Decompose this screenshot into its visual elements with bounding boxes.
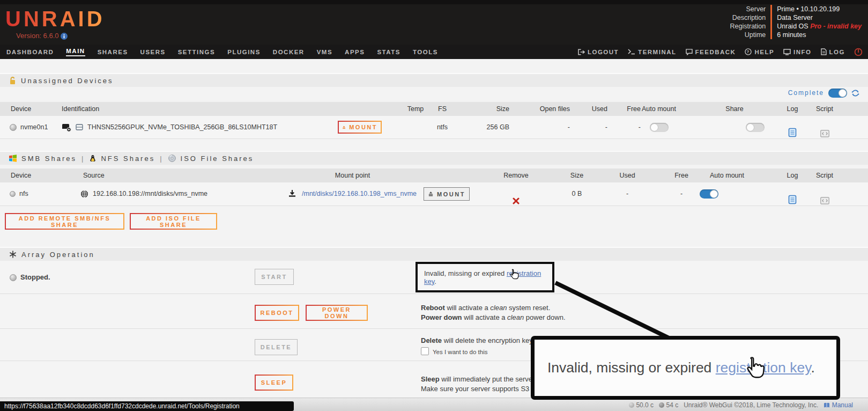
unraid-logo: UNRAID [5,7,105,31]
device-status-dot [10,124,17,131]
col-free: Free [657,168,706,182]
delete-confirm-checkbox[interactable] [421,347,429,355]
tab-smb-shares[interactable]: SMB Shares [21,155,77,163]
reboot-description: Reboot will activate a clean system rese… [421,304,550,312]
device-cell: nvme0n1 [10,116,48,138]
refresh-icon[interactable] [851,89,859,97]
section-title: Array Operation [21,251,95,259]
terminal-button[interactable]: TERMINAL [628,49,676,55]
tab-nfs-shares[interactable]: NFS Shares [101,155,155,163]
unraid-main-page: UNRAID Version: 6.6.0 Server Prime • 10.… [0,0,868,411]
col-mount-point: Mount point [311,168,394,182]
nav-stats[interactable]: STATS [377,49,400,55]
add-iso-share-button[interactable]: ADD ISO FILE SHARE [130,213,217,230]
size-cell: 0 B [552,182,602,205]
log-button[interactable]: LOG [821,48,845,55]
invalid-key-flag: Pro - invalid key [810,23,862,30]
smb-windows-icon [9,155,17,162]
nav-plugins[interactable]: PLUGINS [227,49,261,55]
fs-cell: ntfs [429,116,456,138]
shares-table-header: Device Source Mount point Remove Size Us… [0,168,868,182]
unassigned-table-header: Device Identification Temp FS Size Open … [0,102,868,116]
array-operation-section-header: Array Operation [0,247,868,261]
log-icon[interactable] [788,128,797,137]
mount-device-button[interactable]: MOUNT [338,121,382,134]
log-icon[interactable] [788,195,797,204]
nfs-linux-icon [90,155,96,162]
col-size: Size [552,168,602,182]
nav-users[interactable]: USERS [140,49,166,55]
nav-vms[interactable]: VMS [317,49,332,55]
shares-section-header: SMB Shares | NFS Shares | ISO File Share… [0,151,868,165]
nav-main[interactable]: MAIN [66,48,85,56]
info-icon[interactable] [61,33,68,40]
logout-button[interactable]: LOGOUT [578,49,619,55]
auto-mount-toggle[interactable] [650,123,669,132]
manual-link[interactable]: Manual [832,401,853,409]
manual-link-group: Manual [824,401,853,409]
share-toggle[interactable] [746,123,765,132]
sleep-button[interactable]: SLEEP [255,375,293,391]
open-files-cell: - [523,116,570,138]
start-button[interactable]: START [255,269,294,285]
delete-confirm-row: Yes I want to do this [421,347,488,355]
nav-settings[interactable]: SETTINGS [178,49,216,55]
nav-apps[interactable]: APPS [345,49,365,55]
nav-docker[interactable]: DOCKER [273,49,305,55]
registration-value: Unraid OS Pro - invalid key [770,22,862,31]
iso-disc-icon [168,155,176,162]
partition-icon[interactable] [76,124,83,130]
col-share: Share [713,102,756,116]
power-down-description: Power down will activate a clean power d… [421,313,566,321]
nav-tools[interactable]: TOOLS [413,49,438,55]
help-button[interactable]: ? HELP [745,48,774,55]
feedback-icon [686,49,693,55]
remove-cell [491,189,541,212]
add-remote-share-button[interactable]: ADD REMOTE SMB/NFS SHARE [5,213,124,230]
auto-mount-toggle[interactable] [700,189,718,199]
script-icon[interactable] [820,130,829,137]
power-down-button[interactable]: POWER DOWN [306,305,368,321]
feedback-button[interactable]: FEEDBACK [686,49,736,55]
mount-icon [428,191,434,197]
nav-shares[interactable]: SHARES [98,49,128,55]
col-device: Device [11,168,31,182]
version-label: Version: 6.6.0 [16,32,68,40]
temp-mb: 54 c [659,401,678,409]
alert-power-icon[interactable] [854,48,863,56]
complete-toggle[interactable] [828,89,847,98]
mb-temp-dot [659,402,664,408]
delete-description: Delete will delete the encryption keyfil… [421,336,544,344]
server-info-value: Data Server [770,13,862,22]
terminal-icon [628,49,635,55]
reboot-button[interactable]: REBOOT [255,305,299,321]
mount-point-link[interactable]: /mnt/disks/192.168.10.198_vms_nvme [302,182,417,205]
download-icon [288,190,296,197]
col-used: Used [603,168,651,182]
monitor-icon [783,49,791,55]
col-auto-mount: Auto mount [642,102,690,116]
tab-iso-file-shares[interactable]: ISO File Shares [181,155,254,163]
sleep-description-line1: Sleep will immediately put the server in [421,375,542,383]
manual-book-icon [824,402,830,408]
disk-drive-add-icon[interactable] [62,123,71,132]
sleep-description-line2: Make sure your server supports S3 slee [421,385,544,393]
free-cell: - [657,182,706,205]
footer-copyright: Unraid® WebGui ©2018, Lime Technology, I… [684,401,818,409]
free-cell: - [614,116,641,138]
script-cell [804,189,845,212]
nav-dashboard[interactable]: DASHBOARD [6,49,54,55]
remove-x-icon[interactable] [513,197,520,204]
mount-share-button[interactable]: MOUNT [424,187,470,201]
info-button[interactable]: INFO [783,49,811,55]
col-temp: Temp [399,102,432,116]
server-info-label: Server [730,5,771,13]
logout-icon [578,49,585,55]
registration-warning-callout: Invalid, missing or expired registration… [416,262,554,292]
col-auto-mount: Auto mount [702,168,752,182]
globe-icon [80,190,88,198]
script-icon[interactable] [820,197,829,204]
delete-button[interactable]: DELETE [255,339,298,355]
warning-text: Invalid, missing or expired registration… [424,269,552,285]
array-status-dot [10,274,17,281]
